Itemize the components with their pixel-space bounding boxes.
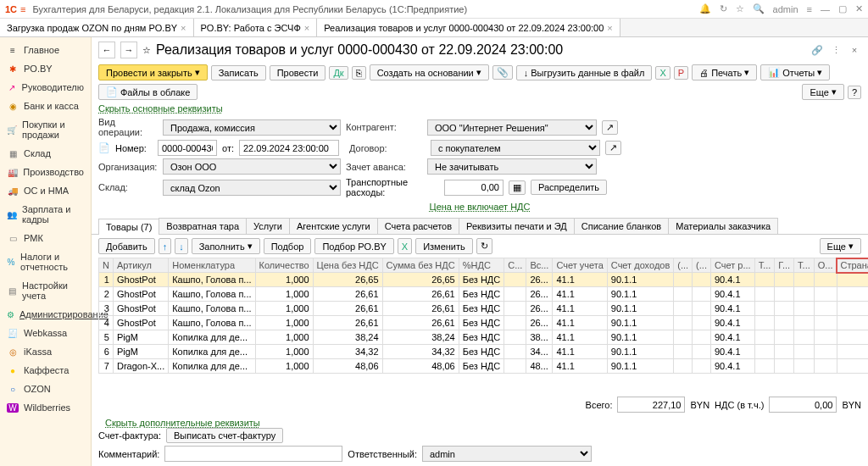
sidebar-warehouse[interactable]: ▦Склад: [0, 144, 91, 163]
forward-button[interactable]: →: [120, 42, 137, 58]
sidebar-main[interactable]: ≡Главное: [0, 41, 91, 59]
col-header[interactable]: Счет доходов: [607, 258, 673, 273]
settings-icon[interactable]: ≡: [807, 4, 812, 14]
col-header[interactable]: %НДС: [459, 258, 504, 273]
transport-input[interactable]: [444, 180, 504, 196]
table-row[interactable]: 6PigMКопилка для де...1,00034,3234,32Без…: [99, 345, 869, 359]
sf-button[interactable]: Выписать счет-фактуру: [166, 428, 283, 443]
move-down-icon[interactable]: ↓: [175, 238, 188, 254]
window-tab[interactable]: Загрузка продаж OZON по дням PO.BY×: [0, 19, 194, 36]
print-button[interactable]: 🖨 Печать ▾: [692, 64, 757, 80]
col-header[interactable]: Т...: [754, 258, 775, 273]
date-input[interactable]: [239, 140, 339, 156]
sidebar-hr[interactable]: 👥Зарплата и кадры: [0, 200, 91, 229]
close-app-icon[interactable]: ✕: [855, 3, 863, 14]
select-button[interactable]: Подбор: [264, 238, 312, 254]
help-button[interactable]: ?: [848, 86, 861, 99]
excel-icon[interactable]: X: [398, 238, 412, 254]
sidebar-rmk[interactable]: ▭РМК: [0, 229, 91, 247]
col-header[interactable]: Г...: [775, 258, 794, 273]
maximize-icon[interactable]: ▢: [838, 3, 847, 14]
excel-icon[interactable]: X: [655, 66, 670, 80]
col-header[interactable]: Счет учета: [553, 258, 607, 273]
close-icon[interactable]: ×: [848, 43, 861, 57]
history-icon[interactable]: ↻: [720, 3, 727, 14]
contractor-select[interactable]: ООО "Интернет Решения": [427, 119, 597, 136]
col-header[interactable]: Количество: [255, 258, 313, 273]
calc-icon[interactable]: ▦: [509, 180, 526, 195]
sidebar-settings[interactable]: ▤Настройки учета: [0, 276, 91, 305]
minimize-icon[interactable]: —: [821, 4, 830, 14]
col-header[interactable]: Счет р...: [710, 258, 754, 273]
sidebar-tax[interactable]: %Налоги и отчетность: [0, 247, 91, 276]
sidebar-wb[interactable]: WWildberries: [0, 398, 91, 417]
reports-button[interactable]: 📊 Отчеты ▾: [760, 64, 830, 80]
col-header[interactable]: Номенклатура: [169, 258, 255, 273]
tab-materials[interactable]: Материалы заказчика: [668, 218, 778, 234]
window-tab[interactable]: PO.BY: Работа с ЭСЧФ×: [194, 19, 318, 36]
table-row[interactable]: 1GhostPotКашпо, Голова п...1,00026,6526,…: [99, 273, 869, 287]
col-header[interactable]: N: [99, 258, 114, 273]
star-icon[interactable]: ☆: [736, 3, 744, 14]
table-row[interactable]: 5PigMКопилка для де...1,00038,2438,24Без…: [99, 330, 869, 345]
sidebar-bank[interactable]: ◉Банк и касса: [0, 97, 91, 115]
distribute-button[interactable]: Распределить: [531, 180, 607, 195]
col-header[interactable]: (...: [693, 258, 711, 273]
comment-input[interactable]: [164, 446, 342, 462]
col-header[interactable]: О...: [814, 258, 837, 273]
more-icon[interactable]: ⋮: [829, 43, 843, 57]
add-button[interactable]: Добавить: [98, 238, 155, 254]
open-contract-icon[interactable]: ↗: [605, 141, 621, 155]
responsible-select[interactable]: admin: [422, 446, 592, 462]
post-close-button[interactable]: Провести и закрыть ▾: [98, 64, 208, 80]
cloud-files-button[interactable]: 📄 Файлы в облаке: [98, 84, 198, 100]
tab-accounts[interactable]: Счета расчетов: [377, 218, 459, 234]
close-icon[interactable]: ×: [304, 23, 309, 33]
table-row[interactable]: 4GhostPotКашпо, Голова п...1,00026,6126,…: [99, 316, 869, 330]
tab-blanks[interactable]: Списание бланков: [574, 218, 669, 234]
col-header[interactable]: Цена без НДС: [313, 258, 382, 273]
sidebar-sales[interactable]: 🛒Покупки и продажи: [0, 115, 91, 144]
close-icon[interactable]: ×: [181, 23, 186, 33]
table-row[interactable]: 2GhostPotКашпо, Голова п...1,00026,6126,…: [99, 287, 869, 302]
sidebar-webkassa[interactable]: 🧾Webkassa: [0, 324, 91, 342]
sidebar-poby[interactable]: ✱PO.BY: [0, 59, 91, 78]
col-header[interactable]: С...: [504, 258, 526, 273]
edit-button[interactable]: Изменить: [415, 238, 473, 254]
advance-select[interactable]: Не зачитывать: [427, 158, 597, 175]
table-row[interactable]: 7Dragon-X...Копилка для де...1,00048,064…: [99, 359, 869, 374]
col-header[interactable]: Артикул: [113, 258, 168, 273]
bell-icon[interactable]: 🔔: [699, 3, 711, 14]
write-button[interactable]: Записать: [211, 65, 266, 80]
favorite-icon[interactable]: ☆: [142, 45, 151, 56]
tab-services[interactable]: Услуги: [246, 218, 290, 234]
select-poby-button[interactable]: Подбор PO.BY: [314, 238, 393, 254]
vat-link[interactable]: Цена не включает НДС: [423, 200, 537, 214]
refresh-icon[interactable]: ↻: [476, 238, 492, 254]
tab-tare[interactable]: Возвратная тара: [159, 218, 247, 234]
sidebar-assets[interactable]: 🚚ОС и НМА: [0, 181, 91, 200]
export-button[interactable]: ↓ Выгрузить данные в файл: [516, 65, 653, 80]
attach-icon[interactable]: 📎: [492, 65, 513, 80]
sidebar-manager[interactable]: ↗Руководителю: [0, 78, 91, 97]
warehouse-select[interactable]: склад Ozon: [163, 180, 341, 196]
search-icon[interactable]: 🔍: [753, 3, 765, 14]
sidebar-production[interactable]: 🏭Производство: [0, 163, 91, 181]
post-button[interactable]: Провести: [270, 65, 326, 80]
xml-icon[interactable]: ⎘: [352, 66, 366, 80]
tab-print[interactable]: Реквизиты печати и ЭД: [459, 218, 575, 234]
more-button[interactable]: Еще ▾: [802, 84, 843, 100]
hide-details-link[interactable]: Скрыть основные реквизиты: [92, 102, 868, 115]
create-base-button[interactable]: Создать на основании ▾: [370, 64, 489, 80]
operation-select[interactable]: Продажа, комиссия: [163, 119, 341, 136]
open-contractor-icon[interactable]: ↗: [602, 120, 618, 135]
col-header[interactable]: Т...: [794, 258, 815, 273]
col-header[interactable]: Страна реализации: [837, 258, 868, 273]
move-up-icon[interactable]: ↑: [159, 238, 172, 254]
user-label[interactable]: admin: [773, 4, 798, 14]
col-header[interactable]: (...: [674, 258, 693, 273]
window-tab[interactable]: Реализация товаров и услуг 0000-000430 о…: [317, 19, 620, 36]
back-button[interactable]: ←: [98, 42, 115, 58]
contract-select[interactable]: с покупателем: [431, 140, 600, 156]
sidebar-ozon[interactable]: ○OZON: [0, 380, 91, 398]
